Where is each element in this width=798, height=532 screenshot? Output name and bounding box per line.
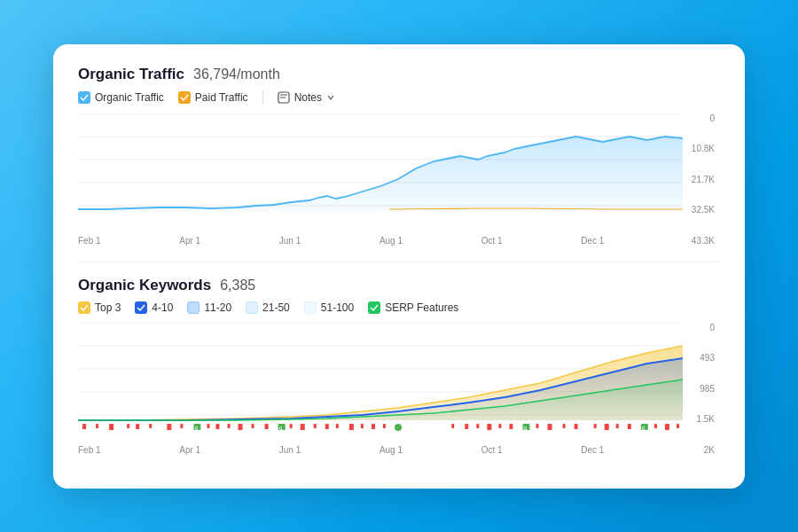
notes-icon [278, 91, 290, 104]
svg-rect-15 [96, 424, 98, 428]
keywords-chart-canvas: G G [78, 323, 683, 455]
x-label-jun: Jun 1 [279, 236, 301, 246]
svg-rect-45 [487, 424, 491, 430]
svg-rect-35 [325, 424, 329, 429]
51-100-checkbox[interactable] [304, 301, 317, 314]
kw-x-jun: Jun 1 [279, 445, 301, 455]
svg-rect-36 [336, 424, 339, 428]
svg-text:G: G [194, 426, 198, 431]
traffic-y-axis: 43.3K 32.5K 21.7K 10.8K 0 [683, 113, 720, 246]
keywords-chart-svg: G G [78, 323, 683, 438]
svg-rect-32 [290, 424, 293, 428]
legend-51-100[interactable]: 51-100 [304, 301, 354, 314]
svg-rect-20 [167, 424, 171, 430]
legend-serp[interactable]: SERP Features [368, 301, 458, 314]
svg-rect-53 [575, 424, 578, 429]
svg-text:G: G [279, 426, 283, 431]
traffic-chart-container: Feb 1 Apr 1 Jun 1 Aug 1 Oct 1 Dec 1 43.3… [78, 113, 720, 246]
svg-rect-57 [628, 424, 631, 429]
svg-rect-38 [361, 424, 364, 428]
kw-y-2k: 2K [704, 445, 715, 455]
svg-rect-62 [677, 424, 679, 428]
legend-divider [262, 90, 263, 105]
11-20-label: 11-20 [204, 301, 231, 314]
svg-rect-33 [301, 424, 305, 430]
legend-top3[interactable]: Top 3 [78, 301, 121, 314]
svg-rect-27 [239, 424, 243, 430]
svg-rect-54 [594, 424, 597, 428]
svg-rect-52 [563, 424, 566, 428]
svg-rect-60 [654, 424, 657, 428]
svg-text:G: G [523, 426, 527, 431]
svg-rect-61 [665, 424, 669, 430]
11-20-checkbox[interactable] [187, 301, 200, 314]
svg-text:G: G [642, 426, 645, 431]
21-50-label: 21-50 [262, 301, 290, 314]
x-label-aug: Aug 1 [379, 236, 403, 246]
legend-paid-traffic[interactable]: Paid Traffic [178, 91, 248, 104]
legend-11-20[interactable]: 11-20 [187, 301, 231, 314]
paid-traffic-label: Paid Traffic [195, 91, 248, 104]
traffic-value: 36,794/month [193, 66, 280, 82]
keywords-title: Organic Keywords [78, 277, 211, 294]
keywords-legend: Top 3 4-10 11-20 21-50 51-100 [78, 301, 720, 314]
keywords-value: 6,385 [220, 278, 255, 293]
organic-traffic-checkbox[interactable] [78, 91, 90, 104]
svg-rect-19 [149, 424, 152, 428]
traffic-section: Organic Traffic 36,794/month Organic Tra… [78, 66, 720, 246]
y-label-32k: 32.5K [692, 205, 715, 215]
svg-rect-43 [465, 424, 468, 429]
svg-rect-18 [136, 424, 139, 429]
main-card: Organic Traffic 36,794/month Organic Tra… [53, 44, 745, 489]
legend-4-10[interactable]: 4-10 [135, 301, 173, 314]
svg-rect-44 [476, 424, 479, 428]
kw-x-feb: Feb 1 [78, 445, 101, 455]
traffic-chart-canvas: Feb 1 Apr 1 Jun 1 Aug 1 Oct 1 Dec 1 [78, 113, 683, 246]
serp-checkbox[interactable] [368, 301, 380, 314]
kw-x-aug: Aug 1 [379, 445, 403, 455]
y-label-21k: 21.7K [692, 175, 715, 184]
section-divider [78, 262, 720, 262]
traffic-title: Organic Traffic [78, 66, 184, 83]
svg-rect-46 [498, 424, 501, 428]
kw-y-985: 985 [700, 384, 715, 394]
x-label-dec: Dec 1 [581, 236, 604, 246]
svg-rect-26 [227, 424, 230, 428]
legend-21-50[interactable]: 21-50 [246, 301, 290, 314]
keywords-section: Organic Keywords 6,385 Top 3 4-10 11-20 [78, 277, 720, 455]
svg-rect-17 [127, 424, 129, 428]
keywords-x-axis: Feb 1 Apr 1 Jun 1 Aug 1 Oct 1 Dec 1 [78, 442, 683, 455]
x-label-feb: Feb 1 [78, 236, 101, 246]
svg-rect-42 [451, 424, 454, 428]
paid-traffic-checkbox[interactable] [178, 91, 191, 104]
svg-rect-37 [349, 424, 354, 430]
4-10-checkbox[interactable] [135, 301, 147, 314]
traffic-x-axis: Feb 1 Apr 1 Jun 1 Aug 1 Oct 1 Dec 1 [78, 232, 683, 246]
x-label-apr: Apr 1 [179, 236, 200, 246]
keywords-header: Organic Keywords 6,385 [78, 277, 720, 294]
notes-label: Notes [294, 91, 322, 104]
kw-x-apr: Apr 1 [179, 445, 200, 455]
svg-rect-28 [252, 424, 254, 428]
traffic-header: Organic Traffic 36,794/month [78, 66, 720, 83]
kw-y-15k: 1.5K [696, 414, 715, 424]
svg-rect-14 [82, 424, 86, 429]
legend-organic-traffic[interactable]: Organic Traffic [78, 91, 164, 104]
svg-rect-21 [180, 424, 183, 428]
svg-rect-56 [616, 424, 619, 428]
notes-button[interactable]: Notes [278, 91, 335, 104]
svg-rect-50 [536, 424, 539, 428]
keywords-y-axis: 2K 1.5K 985 493 0 [683, 323, 720, 455]
x-label-oct: Oct 1 [481, 236, 503, 246]
kw-y-0: 0 [709, 323, 715, 332]
svg-rect-34 [314, 424, 317, 428]
svg-rect-51 [548, 424, 552, 430]
top3-label: Top 3 [95, 301, 121, 314]
svg-point-41 [395, 424, 402, 431]
y-label-10k: 10.8K [692, 144, 715, 153]
svg-rect-16 [109, 424, 113, 430]
chevron-down-icon [326, 93, 335, 102]
21-50-checkbox[interactable] [246, 301, 258, 314]
top3-checkbox[interactable] [78, 301, 90, 314]
svg-rect-25 [215, 424, 219, 429]
